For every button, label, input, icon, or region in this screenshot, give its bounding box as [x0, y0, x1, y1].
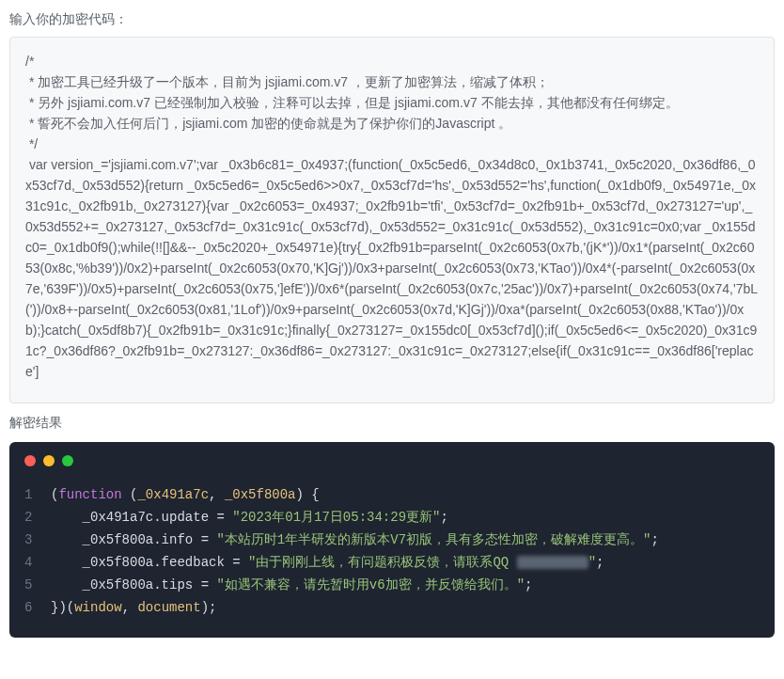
code-text: _0x5f800a.tips = "如遇不兼容，请先暂时用v6加密，并反馈给我们… — [51, 574, 532, 596]
code-text: })(window, document); — [51, 596, 216, 619]
redacted-text — [517, 556, 588, 569]
code-line: 1(function (_0x491a7c, _0x5f800a) { — [24, 483, 760, 506]
code-lines: 1(function (_0x491a7c, _0x5f800a) {2 _0x… — [24, 483, 760, 619]
code-line: 5 _0x5f800a.tips = "如遇不兼容，请先暂时用v6加密，并反馈给… — [24, 574, 760, 596]
line-number: 3 — [24, 529, 51, 551]
code-text: (function (_0x491a7c, _0x5f800a) { — [51, 483, 320, 506]
window-dots — [24, 455, 760, 466]
line-number: 2 — [24, 506, 51, 529]
code-input-content: /* * 加密工具已经升级了一个版本，目前为 jsjiami.com.v7 ，更… — [25, 51, 759, 382]
code-line: 4 _0x5f800a.feedback = "由于刚刚上线，有问题积极反馈，请… — [24, 551, 760, 574]
code-line: 2 _0x491a7c.update = "2023年01月17日05:34:2… — [24, 506, 760, 529]
result-code-panel: 1(function (_0x491a7c, _0x5f800a) {2 _0x… — [9, 442, 775, 638]
line-number: 4 — [24, 551, 51, 574]
dot-green-icon — [62, 455, 73, 466]
code-input-textarea[interactable]: /* * 加密工具已经升级了一个版本，目前为 jsjiami.com.v7 ，更… — [9, 37, 775, 403]
code-text: _0x5f800a.feedback = "由于刚刚上线，有问题积极反馈，请联系… — [51, 551, 604, 574]
line-number: 5 — [24, 574, 51, 596]
code-line: 6})(window, document); — [24, 596, 760, 619]
input-label: 输入你的加密代码： — [9, 9, 775, 29]
line-number: 6 — [24, 596, 51, 619]
code-line: 3 _0x5f800a.info = "本站历时1年半研发的新版本V7初版，具有… — [24, 529, 760, 551]
code-text: _0x5f800a.info = "本站历时1年半研发的新版本V7初版，具有多态… — [51, 529, 659, 551]
code-text: _0x491a7c.update = "2023年01月17日05:34:29更… — [51, 506, 448, 529]
dot-red-icon — [24, 455, 36, 466]
result-label: 解密结果 — [9, 413, 775, 433]
dot-yellow-icon — [43, 455, 55, 466]
line-number: 1 — [24, 483, 51, 506]
